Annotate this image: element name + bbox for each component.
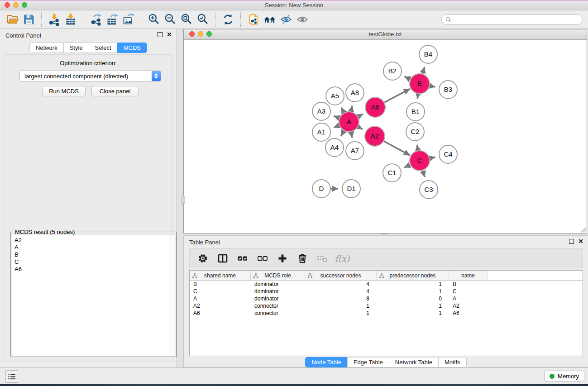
- resize-grip-icon[interactable]: [580, 226, 586, 233]
- export-network-icon[interactable]: [88, 12, 104, 27]
- tab-motifs[interactable]: Motifs: [438, 357, 467, 367]
- graph-node-B3[interactable]: B3: [439, 81, 457, 99]
- hide-graphics-details-icon[interactable]: [278, 12, 294, 27]
- tab-style[interactable]: Style: [63, 43, 89, 53]
- mcds-result-item[interactable]: A2: [12, 237, 175, 244]
- graph-node-D1[interactable]: D1: [342, 180, 360, 198]
- close-panel-button[interactable]: Close panel: [91, 86, 139, 96]
- graph-node-A[interactable]: A: [339, 112, 359, 132]
- table-cell[interactable]: C: [449, 288, 488, 295]
- divider-grip[interactable]: [182, 196, 185, 204]
- graph-node-A4[interactable]: A4: [325, 138, 344, 157]
- zoom-out-icon[interactable]: [162, 12, 178, 27]
- graph-node-A8[interactable]: A8: [346, 84, 364, 102]
- float-panel-icon[interactable]: [569, 239, 574, 244]
- network-zoom-button[interactable]: [206, 31, 212, 37]
- table-cell[interactable]: A2: [449, 302, 488, 310]
- deselect-all-icon[interactable]: [256, 252, 269, 265]
- table-settings-icon[interactable]: [196, 252, 210, 265]
- save-session-icon[interactable]: [21, 12, 37, 27]
- graph-node-C3[interactable]: C3: [420, 181, 438, 199]
- table-cell[interactable]: 1: [377, 302, 449, 310]
- tab-network-table[interactable]: Network Table: [389, 357, 439, 367]
- graph-node-C2[interactable]: C2: [406, 123, 424, 141]
- table-cell[interactable]: dominator: [251, 295, 305, 302]
- tab-node-table[interactable]: Node Table: [305, 357, 348, 367]
- show-column-icon[interactable]: [216, 252, 229, 265]
- graph-node-A7[interactable]: A7: [346, 142, 364, 160]
- zoom-in-icon[interactable]: [146, 12, 162, 27]
- export-image-icon[interactable]: [120, 12, 137, 27]
- table-row[interactable]: Bdominator41B: [190, 281, 583, 288]
- table-cell[interactable]: connector: [251, 302, 305, 310]
- table-row[interactable]: Adominator80A: [190, 295, 583, 302]
- zoom-fit-icon[interactable]: [178, 12, 195, 27]
- graph-node-A2[interactable]: A2: [365, 126, 385, 146]
- tab-network[interactable]: Network: [29, 43, 64, 53]
- search-input[interactable]: [454, 16, 578, 23]
- add-row-icon[interactable]: [276, 252, 289, 265]
- table-cell[interactable]: 4: [305, 288, 377, 295]
- table-row[interactable]: Cdominator41C: [190, 288, 583, 295]
- table-cell[interactable]: 1: [305, 310, 377, 317]
- graph-node-A5[interactable]: A5: [326, 87, 344, 105]
- graph-node-B[interactable]: B: [410, 74, 430, 94]
- table-cell[interactable]: C: [190, 288, 251, 295]
- table-cell[interactable]: B: [449, 281, 488, 288]
- zoom-selected-icon[interactable]: [195, 12, 211, 27]
- table-cell[interactable]: dominator: [251, 281, 305, 288]
- network-canvas[interactable]: AA1A2A3A4A5A6A7A8BB1B2B3B4CC1C2C3C4DD1: [184, 39, 587, 233]
- import-network-icon[interactable]: [46, 12, 62, 27]
- column-header-name[interactable]: name: [449, 271, 488, 280]
- table-cell[interactable]: A: [190, 295, 251, 302]
- show-graphics-details-icon[interactable]: [294, 12, 311, 27]
- graph-node-D[interactable]: D: [312, 180, 330, 198]
- column-header-shared-name[interactable]: shared name: [190, 271, 251, 280]
- table-cell[interactable]: dominator: [251, 288, 305, 295]
- table-cell[interactable]: connector: [251, 310, 305, 317]
- tab-edge-table[interactable]: Edge Table: [347, 357, 389, 367]
- tab-select[interactable]: Select: [89, 43, 118, 53]
- export-table-icon[interactable]: [104, 12, 120, 27]
- memory-button[interactable]: Memory: [544, 371, 584, 381]
- column-header-successor-nodes[interactable]: successor nodes: [305, 271, 377, 280]
- task-history-button[interactable]: [5, 370, 18, 383]
- mcds-result-item[interactable]: B: [12, 251, 175, 258]
- search-field[interactable]: [441, 14, 583, 25]
- table-cell[interactable]: 0: [377, 295, 449, 302]
- zoom-window-button[interactable]: [22, 2, 27, 8]
- graph-node-B4[interactable]: B4: [419, 45, 437, 63]
- table-cell[interactable]: A: [449, 295, 488, 302]
- select-all-icon[interactable]: [236, 252, 249, 265]
- table-cell[interactable]: 1: [377, 310, 449, 317]
- float-panel-icon[interactable]: [158, 32, 163, 37]
- graph-node-C[interactable]: C: [410, 151, 430, 171]
- minimize-window-button[interactable]: [13, 2, 19, 8]
- column-header-MCDS-role[interactable]: MCDS role: [251, 271, 305, 280]
- table-row[interactable]: A6connector11A6: [190, 310, 583, 317]
- mcds-result-item[interactable]: A6: [12, 266, 175, 273]
- network-minimize-button[interactable]: [198, 31, 203, 37]
- table-cell[interactable]: 1: [305, 302, 377, 310]
- import-table-icon[interactable]: [62, 12, 79, 27]
- tab-mcds[interactable]: MCDS: [117, 43, 147, 53]
- table-row[interactable]: A2connector11A2: [190, 302, 583, 310]
- list-scrollbar[interactable]: [169, 235, 175, 356]
- network-window-titlebar[interactable]: testGlobe.txt: [184, 29, 587, 40]
- graph-node-C4[interactable]: C4: [439, 145, 457, 163]
- graph-node-C1[interactable]: C1: [383, 164, 401, 182]
- table-cell[interactable]: 8: [305, 295, 377, 302]
- optimization-criterion-select[interactable]: largest connected component (directed): [19, 71, 161, 81]
- mcds-result-item[interactable]: C: [12, 258, 175, 266]
- close-panel-icon[interactable]: ✕: [167, 32, 172, 37]
- close-panel-icon[interactable]: ✕: [578, 238, 583, 244]
- table-cell[interactable]: B: [190, 281, 251, 288]
- column-header-predecessor-nodes[interactable]: predecessor nodes: [377, 271, 449, 280]
- table-cell[interactable]: A6: [449, 310, 488, 317]
- new-network-from-selection-icon[interactable]: [245, 12, 262, 27]
- graph-node-B2[interactable]: B2: [383, 62, 402, 80]
- graph-node-A6[interactable]: A6: [365, 97, 385, 117]
- open-session-icon[interactable]: [5, 12, 21, 27]
- graph-node-A1[interactable]: A1: [312, 123, 330, 141]
- first-neighbors-icon[interactable]: [262, 12, 278, 27]
